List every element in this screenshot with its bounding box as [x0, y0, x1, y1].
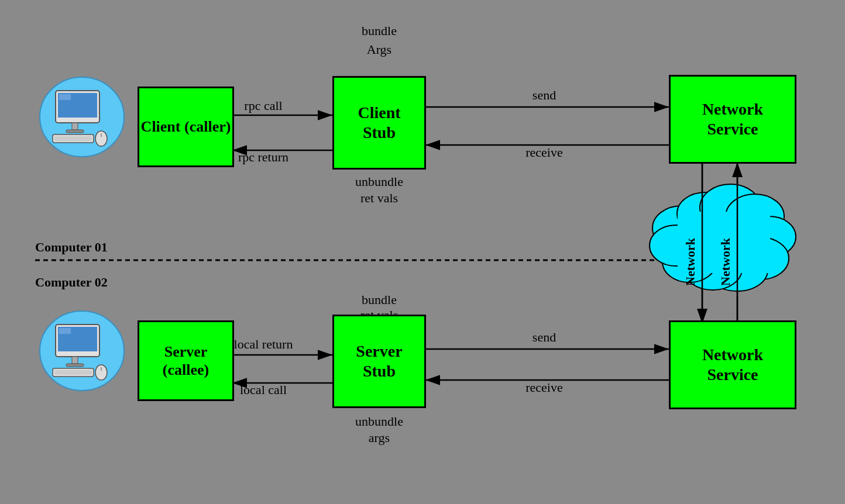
server-callee-label: Server(callee) — [163, 343, 209, 379]
client-caller-box: Client (caller) — [138, 87, 234, 167]
network-label-right: Network — [718, 237, 733, 286]
local-return-label: local return — [234, 337, 293, 351]
svg-rect-20 — [54, 136, 92, 141]
svg-point-8 — [707, 249, 768, 291]
svg-point-11 — [650, 225, 702, 266]
svg-rect-28 — [66, 364, 84, 367]
client-caller-label: Client (caller) — [141, 118, 231, 136]
send-bottom-label: send — [533, 330, 556, 344]
unbundle-args-label: unbundle — [355, 414, 403, 429]
unbundle-args-label2: args — [369, 430, 390, 445]
svg-rect-30 — [54, 370, 92, 375]
bundle-ret-vals-label: bundle — [362, 292, 397, 307]
receive-bottom-label: receive — [525, 380, 563, 395]
svg-point-10 — [662, 241, 716, 282]
server-callee-box: Server(callee) — [138, 320, 234, 401]
server-stub-box: ServerStub — [332, 315, 426, 408]
unbundle-ret-vals-label2: ret vals — [360, 191, 398, 205]
computer01-label: Computer 01 — [35, 240, 108, 254]
receive-top-label: receive — [525, 145, 563, 160]
svg-point-31 — [95, 365, 107, 380]
send-top-label: send — [533, 88, 556, 102]
svg-point-6 — [743, 216, 796, 257]
svg-point-3 — [677, 192, 733, 234]
svg-point-4 — [700, 184, 761, 231]
server-stub-label: ServerStub — [356, 341, 402, 381]
svg-rect-17 — [72, 123, 78, 130]
computer-icon-top — [38, 76, 126, 158]
bundle-args-label2: Args — [367, 42, 391, 57]
network-service-top-label: NetworkService — [702, 99, 763, 139]
client-stub-label: ClientStub — [358, 103, 400, 142]
network-service-top-box: NetworkService — [669, 75, 796, 164]
svg-point-2 — [652, 206, 711, 250]
bundle-args-label: bundle — [362, 23, 397, 38]
svg-rect-18 — [66, 130, 84, 133]
unbundle-ret-vals-label: unbundle — [355, 174, 403, 189]
svg-point-9 — [683, 248, 742, 290]
rpc-call-label: rpc call — [244, 98, 282, 113]
local-call-label: local call — [240, 382, 287, 397]
client-stub-box: ClientStub — [332, 76, 426, 170]
svg-point-5 — [726, 194, 784, 239]
svg-rect-16 — [59, 94, 71, 100]
svg-point-21 — [95, 131, 107, 146]
rpc-return-label: rpc return — [238, 150, 288, 164]
cloud-shape — [650, 184, 796, 291]
svg-rect-12 — [678, 212, 770, 273]
computer02-label: Computer 02 — [35, 275, 108, 289]
network-service-bottom-box: NetworkService — [669, 320, 796, 409]
svg-point-7 — [733, 237, 789, 279]
network-label-left: Network — [683, 237, 698, 286]
diagram: rpc call rpc return send receive bundle … — [0, 0, 845, 504]
computer-icon-bottom — [38, 310, 126, 392]
svg-rect-26 — [59, 328, 71, 334]
svg-rect-27 — [72, 357, 78, 364]
network-service-bottom-label: NetworkService — [702, 345, 763, 384]
